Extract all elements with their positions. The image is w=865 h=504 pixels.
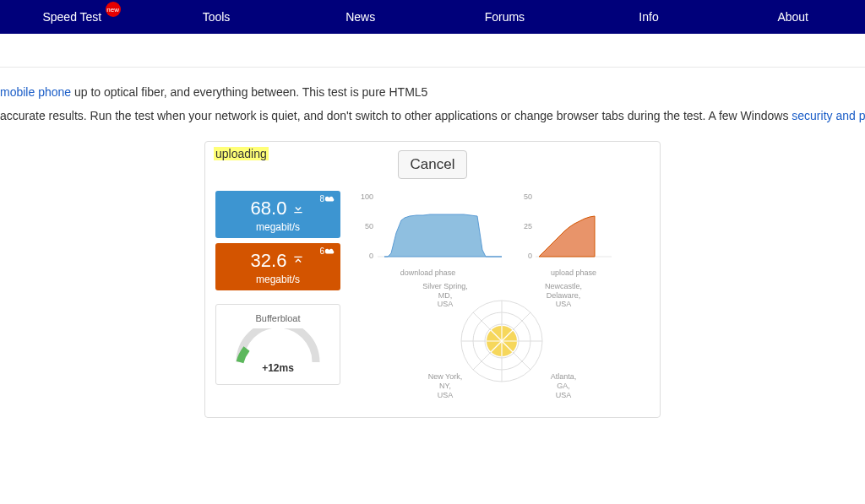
svg-text:0: 0 [528,252,532,260]
radar-server-tl: Silver Spring,MD,USA [422,282,468,309]
bufferbloat-box: Bufferbloat +12ms [215,304,340,385]
upload-icon [291,254,305,268]
mobile-phone-link[interactable]: mobile phone [0,85,71,99]
nav-label: Speed Test [42,10,101,24]
svg-text:0: 0 [369,252,373,260]
cancel-button[interactable]: Cancel [398,150,468,179]
download-chart-label: download phase [354,268,502,277]
security-link[interactable]: security and privacy software package [792,109,865,122]
upload-result: 6 32.6 megabit/s [215,243,340,290]
upload-unit: megabit/s [220,274,335,285]
upload-chart-label: upload phase [519,268,628,277]
upload-value: 32.6 [251,250,287,272]
intro-text: mobile phone up to optical fiber, and ev… [0,68,865,126]
download-unit: megabit/s [220,221,335,233]
spacer [0,34,865,68]
cloud-icon [325,247,335,255]
nav-info[interactable]: Info [577,10,721,24]
radar-server-tr: Newcastle,Delaware,USA [541,282,586,309]
download-result: 8 68.0 megabit/s [215,191,340,238]
nav-forums[interactable]: Forums [432,10,577,24]
download-streams: 8 [319,194,335,203]
svg-text:25: 25 [524,222,532,230]
radar-server-bl: New York,NY,USA [422,372,468,399]
speedtest-panel: uploading Cancel 8 68.0 megabit/s 6 [204,141,661,418]
upload-streams: 6 [319,247,335,256]
nav-tools[interactable]: Tools [144,10,289,24]
status-badge: uploading [214,147,269,160]
nav-speed-test[interactable]: Speed Test new [0,10,144,24]
bufferbloat-gauge [231,328,324,364]
nav-news[interactable]: News [288,10,432,24]
svg-text:100: 100 [361,192,373,201]
nav-about[interactable]: About [721,10,865,24]
cloud-icon [325,195,335,203]
download-chart: 100 50 0 download phase [354,191,502,277]
svg-text:50: 50 [365,222,373,230]
new-badge: new [106,2,121,17]
bufferbloat-value: +12ms [221,362,335,374]
download-icon [291,202,305,215]
radar-server-br: Atlanta,GA,USA [541,372,586,399]
svg-text:50: 50 [524,192,532,201]
server-radar: Silver Spring,MD,USA Newcastle,Delaware,… [434,282,569,400]
main-navbar: Speed Test new Tools News Forums Info Ab… [0,0,865,34]
upload-chart: 50 25 0 upload phase [519,191,628,277]
download-value: 68.0 [251,198,287,219]
bufferbloat-title: Bufferbloat [221,313,335,323]
